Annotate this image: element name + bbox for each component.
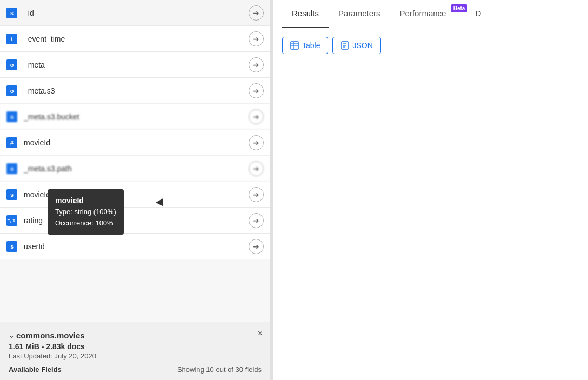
table-icon	[290, 41, 299, 50]
field-name-meta-s3-path: _meta.s3.path	[24, 164, 249, 173]
field-name-userid: userId	[24, 242, 249, 251]
dataset-name: commons.movies	[16, 331, 85, 340]
view-buttons-bar: Table JSON	[273, 28, 588, 63]
add-field-movieid[interactable]: ➜	[249, 187, 264, 202]
json-view-label: JSON	[352, 41, 372, 50]
add-field-meta-s3-path[interactable]: ➜	[249, 161, 264, 176]
tab-results[interactable]: Results	[282, 0, 329, 28]
tabs-bar: Results Parameters Performance Beta D	[273, 0, 588, 28]
type-badge-event-time: t	[6, 34, 17, 44]
type-badge-movieid: s	[6, 189, 17, 200]
tab-performance-label: Performance	[400, 9, 446, 18]
field-row-meta-s3: o _meta.s3 ➜	[0, 78, 270, 104]
field-row-userid: s userId ➜	[0, 234, 270, 259]
field-name-event-time: _event_time	[24, 35, 249, 43]
add-field-meta-s3[interactable]: ➜	[249, 83, 264, 98]
table-view-label: Table	[302, 41, 320, 50]
tab-performance[interactable]: Performance Beta	[390, 0, 466, 28]
field-name-movieid: movieId	[24, 190, 249, 199]
field-row-meta-s3-bucket: s _meta.s3.bucket ➜	[0, 104, 270, 130]
field-name-meta-s3: _meta.s3	[24, 86, 249, 95]
type-badge-userid: s	[6, 241, 17, 252]
field-name-id: _id	[24, 9, 249, 17]
add-field-movieid-hash[interactable]: ➜	[249, 135, 264, 150]
add-field-id[interactable]: ➜	[249, 5, 264, 21]
type-badge-id: s	[6, 8, 17, 18]
info-panel: × ⌄ commons.movies 1.61 MiB - 2.83k docs…	[0, 322, 270, 380]
fields-list: s _id ➜ t _event_time ➜ o _meta ➜ o _met…	[0, 0, 270, 322]
field-row-meta: o _meta ➜	[0, 52, 270, 78]
table-view-button[interactable]: Table	[282, 37, 328, 54]
tab-parameters[interactable]: Parameters	[329, 0, 390, 28]
field-row-movieid: s movieId ➜	[0, 182, 270, 208]
tab-d-label: D	[475, 9, 481, 18]
collapse-icon: ⌄	[9, 332, 14, 339]
tab-d[interactable]: D	[465, 0, 491, 28]
available-fields-label: Available Fields	[9, 365, 62, 374]
add-field-userid[interactable]: ➜	[249, 239, 264, 254]
tab-parameters-label: Parameters	[338, 9, 380, 18]
type-badge-meta: o	[6, 59, 17, 70]
type-badge-meta-s3-bucket: s	[6, 111, 17, 122]
field-name-movieid-hash: movieId	[24, 138, 249, 147]
type-badge-meta-s3-path: s	[6, 163, 17, 174]
info-panel-stats: 1.61 MiB - 2.83k docs	[9, 342, 262, 351]
field-row-movieid-hash: # movieId ➜ movieId Type: string (100%) …	[0, 130, 270, 156]
field-name-meta-s3-bucket: _meta.s3.bucket	[24, 112, 249, 121]
right-panel: Results Parameters Performance Beta D Ta…	[273, 0, 588, 380]
left-panel: s _id ➜ t _event_time ➜ o _meta ➜ o _met…	[0, 0, 270, 380]
field-row-meta-s3-path: s _meta.s3.path ➜	[0, 156, 270, 182]
field-row-rating: #, #. rating ➜	[0, 208, 270, 234]
add-field-event-time[interactable]: ➜	[249, 31, 264, 46]
svg-rect-0	[291, 42, 298, 49]
add-field-meta[interactable]: ➜	[249, 57, 264, 72]
add-field-rating[interactable]: ➜	[249, 213, 264, 228]
info-panel-updated: Last Updated: July 20, 2020	[9, 352, 262, 360]
type-badge-movieid-hash: #	[6, 137, 17, 148]
add-field-meta-s3-bucket[interactable]: ➜	[249, 109, 264, 124]
info-panel-close-button[interactable]: ×	[258, 329, 263, 338]
info-panel-title: ⌄ commons.movies	[9, 331, 262, 340]
field-row-event-time: t _event_time ➜	[0, 26, 270, 52]
type-badge-rating: #, #.	[6, 215, 17, 226]
json-icon	[340, 41, 349, 50]
field-name-rating: rating	[24, 216, 249, 225]
info-panel-fields-row: Available Fields Showing 10 out of 30 fi…	[9, 365, 262, 374]
fields-count: Showing 10 out of 30 fields	[177, 365, 262, 374]
field-row-id: s _id ➜	[0, 0, 270, 26]
tab-results-label: Results	[292, 9, 319, 18]
field-name-meta: _meta	[24, 61, 249, 69]
json-view-button[interactable]: JSON	[332, 37, 380, 54]
type-badge-meta-s3: o	[6, 85, 17, 96]
